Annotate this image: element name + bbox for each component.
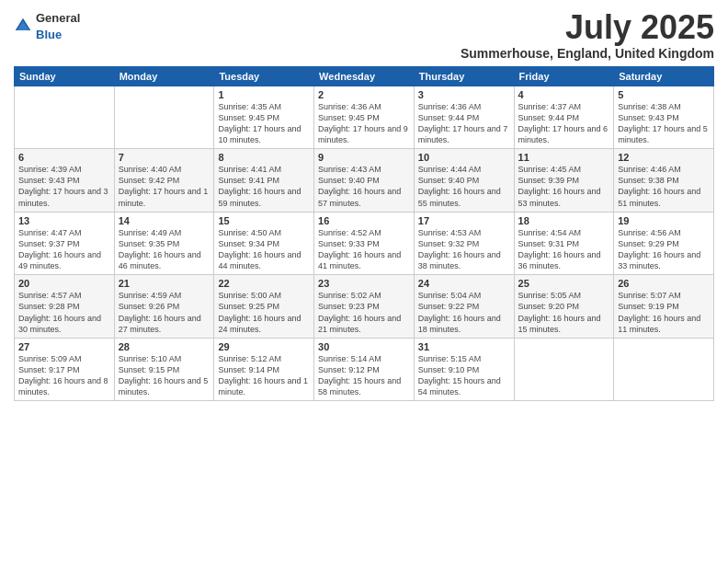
day-info: Sunrise: 4:36 AM Sunset: 9:45 PM Dayligh… bbox=[318, 101, 410, 146]
day-number: 21 bbox=[119, 278, 210, 289]
calendar-cell: 17Sunrise: 4:53 AM Sunset: 9:32 PM Dayli… bbox=[414, 212, 514, 275]
logo-general: General bbox=[36, 11, 80, 25]
calendar-cell: 9Sunrise: 4:43 AM Sunset: 9:40 PM Daylig… bbox=[314, 149, 415, 213]
day-info: Sunrise: 4:52 AM Sunset: 9:33 PM Dayligh… bbox=[318, 227, 410, 272]
day-number: 3 bbox=[418, 89, 510, 100]
day-info: Sunrise: 4:57 AM Sunset: 9:28 PM Dayligh… bbox=[18, 290, 110, 335]
day-number: 23 bbox=[318, 278, 410, 289]
day-number: 11 bbox=[518, 152, 610, 163]
calendar-cell: 6Sunrise: 4:39 AM Sunset: 9:43 PM Daylig… bbox=[15, 149, 115, 213]
calendar-cell bbox=[514, 338, 614, 401]
day-header-monday: Monday bbox=[114, 66, 214, 86]
day-number: 13 bbox=[18, 215, 110, 226]
day-number: 6 bbox=[18, 152, 110, 163]
day-header-sunday: Sunday bbox=[15, 66, 115, 86]
day-number: 28 bbox=[119, 341, 210, 352]
calendar-cell: 18Sunrise: 4:54 AM Sunset: 9:31 PM Dayli… bbox=[514, 212, 614, 275]
day-number: 20 bbox=[18, 278, 110, 289]
day-number: 17 bbox=[418, 215, 510, 226]
page: General Blue July 2025 Summerhouse, Engl… bbox=[0, 0, 728, 563]
calendar-cell: 11Sunrise: 4:45 AM Sunset: 9:39 PM Dayli… bbox=[514, 149, 614, 213]
calendar-cell: 15Sunrise: 4:50 AM Sunset: 9:34 PM Dayli… bbox=[214, 212, 314, 275]
day-number: 9 bbox=[318, 152, 410, 163]
logo-text: General Blue bbox=[36, 9, 80, 42]
calendar-cell bbox=[15, 86, 115, 149]
calendar-cell: 23Sunrise: 5:02 AM Sunset: 9:23 PM Dayli… bbox=[314, 275, 415, 339]
calendar-cell: 2Sunrise: 4:36 AM Sunset: 9:45 PM Daylig… bbox=[314, 86, 415, 149]
calendar-cell: 20Sunrise: 4:57 AM Sunset: 9:28 PM Dayli… bbox=[15, 275, 115, 339]
day-number: 25 bbox=[518, 278, 610, 289]
day-info: Sunrise: 4:59 AM Sunset: 9:26 PM Dayligh… bbox=[119, 290, 210, 335]
calendar-cell: 14Sunrise: 4:49 AM Sunset: 9:35 PM Dayli… bbox=[114, 212, 214, 275]
day-info: Sunrise: 4:46 AM Sunset: 9:38 PM Dayligh… bbox=[618, 164, 710, 209]
day-info: Sunrise: 5:14 AM Sunset: 9:12 PM Dayligh… bbox=[318, 353, 410, 398]
day-number: 2 bbox=[318, 89, 410, 100]
day-info: Sunrise: 5:09 AM Sunset: 9:17 PM Dayligh… bbox=[18, 353, 110, 398]
day-info: Sunrise: 4:35 AM Sunset: 9:45 PM Dayligh… bbox=[218, 101, 310, 146]
day-number: 27 bbox=[18, 341, 110, 352]
day-info: Sunrise: 5:12 AM Sunset: 9:14 PM Dayligh… bbox=[218, 353, 310, 398]
day-info: Sunrise: 4:45 AM Sunset: 9:39 PM Dayligh… bbox=[518, 164, 610, 209]
calendar-cell: 7Sunrise: 4:40 AM Sunset: 9:42 PM Daylig… bbox=[114, 149, 214, 213]
day-number: 1 bbox=[218, 89, 310, 100]
day-number: 18 bbox=[518, 215, 610, 226]
day-info: Sunrise: 4:38 AM Sunset: 9:43 PM Dayligh… bbox=[618, 101, 710, 146]
calendar-table: SundayMondayTuesdayWednesdayThursdayFrid… bbox=[14, 66, 714, 402]
calendar-cell: 3Sunrise: 4:36 AM Sunset: 9:44 PM Daylig… bbox=[414, 86, 514, 149]
day-info: Sunrise: 4:41 AM Sunset: 9:41 PM Dayligh… bbox=[218, 164, 310, 209]
day-number: 15 bbox=[218, 215, 310, 226]
day-info: Sunrise: 4:43 AM Sunset: 9:40 PM Dayligh… bbox=[318, 164, 410, 209]
day-info: Sunrise: 5:04 AM Sunset: 9:22 PM Dayligh… bbox=[418, 290, 510, 335]
day-info: Sunrise: 4:53 AM Sunset: 9:32 PM Dayligh… bbox=[418, 227, 510, 272]
logo-icon bbox=[14, 17, 32, 35]
day-number: 26 bbox=[618, 278, 710, 289]
day-number: 29 bbox=[218, 341, 310, 352]
calendar-cell: 16Sunrise: 4:52 AM Sunset: 9:33 PM Dayli… bbox=[314, 212, 415, 275]
day-info: Sunrise: 4:49 AM Sunset: 9:35 PM Dayligh… bbox=[119, 227, 210, 272]
calendar-cell: 1Sunrise: 4:35 AM Sunset: 9:45 PM Daylig… bbox=[214, 86, 314, 149]
calendar-cell bbox=[114, 86, 214, 149]
calendar-cell: 13Sunrise: 4:47 AM Sunset: 9:37 PM Dayli… bbox=[15, 212, 115, 275]
day-info: Sunrise: 5:02 AM Sunset: 9:23 PM Dayligh… bbox=[318, 290, 410, 335]
day-header-wednesday: Wednesday bbox=[314, 66, 415, 86]
calendar-cell: 25Sunrise: 5:05 AM Sunset: 9:20 PM Dayli… bbox=[514, 275, 614, 339]
calendar-cell: 29Sunrise: 5:12 AM Sunset: 9:14 PM Dayli… bbox=[214, 338, 314, 401]
day-info: Sunrise: 4:44 AM Sunset: 9:40 PM Dayligh… bbox=[418, 164, 510, 209]
calendar-week-row: 27Sunrise: 5:09 AM Sunset: 9:17 PM Dayli… bbox=[15, 338, 714, 401]
day-number: 7 bbox=[119, 152, 210, 163]
day-info: Sunrise: 4:47 AM Sunset: 9:37 PM Dayligh… bbox=[18, 227, 110, 272]
calendar-cell: 10Sunrise: 4:44 AM Sunset: 9:40 PM Dayli… bbox=[414, 149, 514, 213]
day-info: Sunrise: 5:00 AM Sunset: 9:25 PM Dayligh… bbox=[218, 290, 310, 335]
day-info: Sunrise: 5:10 AM Sunset: 9:15 PM Dayligh… bbox=[119, 353, 210, 398]
day-header-friday: Friday bbox=[514, 66, 614, 86]
day-number: 5 bbox=[618, 89, 710, 100]
calendar-cell: 8Sunrise: 4:41 AM Sunset: 9:41 PM Daylig… bbox=[214, 149, 314, 213]
day-info: Sunrise: 4:37 AM Sunset: 9:44 PM Dayligh… bbox=[518, 101, 610, 146]
calendar-cell: 22Sunrise: 5:00 AM Sunset: 9:25 PM Dayli… bbox=[214, 275, 314, 339]
day-number: 31 bbox=[418, 341, 510, 352]
day-info: Sunrise: 4:56 AM Sunset: 9:29 PM Dayligh… bbox=[618, 227, 710, 272]
logo-blue: Blue bbox=[36, 28, 62, 41]
day-number: 14 bbox=[119, 215, 210, 226]
day-header-saturday: Saturday bbox=[614, 66, 714, 86]
calendar-cell: 30Sunrise: 5:14 AM Sunset: 9:12 PM Dayli… bbox=[314, 338, 415, 401]
day-number: 16 bbox=[318, 215, 410, 226]
day-info: Sunrise: 5:07 AM Sunset: 9:19 PM Dayligh… bbox=[618, 290, 710, 335]
day-number: 24 bbox=[418, 278, 510, 289]
day-number: 30 bbox=[318, 341, 410, 352]
day-info: Sunrise: 4:40 AM Sunset: 9:42 PM Dayligh… bbox=[119, 164, 210, 209]
calendar-cell: 26Sunrise: 5:07 AM Sunset: 9:19 PM Dayli… bbox=[614, 275, 714, 339]
calendar-header-row: SundayMondayTuesdayWednesdayThursdayFrid… bbox=[15, 66, 714, 86]
location-title: Summerhouse, England, United Kingdom bbox=[461, 46, 714, 61]
day-number: 22 bbox=[218, 278, 310, 289]
logo: General Blue bbox=[14, 9, 80, 42]
calendar-week-row: 13Sunrise: 4:47 AM Sunset: 9:37 PM Dayli… bbox=[15, 212, 714, 275]
calendar-cell: 27Sunrise: 5:09 AM Sunset: 9:17 PM Dayli… bbox=[15, 338, 115, 401]
calendar-week-row: 1Sunrise: 4:35 AM Sunset: 9:45 PM Daylig… bbox=[15, 86, 714, 149]
day-info: Sunrise: 5:05 AM Sunset: 9:20 PM Dayligh… bbox=[518, 290, 610, 335]
day-info: Sunrise: 4:54 AM Sunset: 9:31 PM Dayligh… bbox=[518, 227, 610, 272]
calendar-cell: 19Sunrise: 4:56 AM Sunset: 9:29 PM Dayli… bbox=[614, 212, 714, 275]
day-number: 4 bbox=[518, 89, 610, 100]
calendar-cell: 24Sunrise: 5:04 AM Sunset: 9:22 PM Dayli… bbox=[414, 275, 514, 339]
day-info: Sunrise: 5:15 AM Sunset: 9:10 PM Dayligh… bbox=[418, 353, 510, 398]
